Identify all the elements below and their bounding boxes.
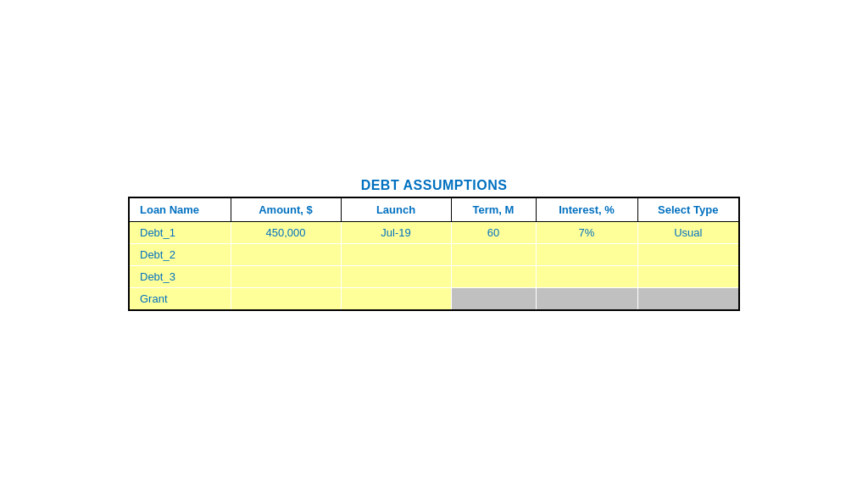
debt-table: Loan Name Amount, $ Launch Term, M Inter… — [128, 197, 740, 311]
cell-interest-disabled — [536, 288, 637, 311]
cell-amount[interactable] — [231, 266, 341, 288]
cell-amount[interactable] — [231, 244, 341, 266]
cell-launch[interactable]: Jul-19 — [341, 222, 451, 244]
header-select-type: Select Type — [637, 197, 739, 222]
cell-launch[interactable] — [341, 288, 451, 311]
cell-term-disabled — [451, 288, 536, 311]
cell-term[interactable] — [451, 244, 536, 266]
cell-interest[interactable]: 7% — [536, 222, 637, 244]
header-amount: Amount, $ — [231, 197, 341, 222]
table-row: Debt_1 450,000 Jul-19 60 7% Usual — [129, 222, 739, 244]
header-term: Term, M — [451, 197, 536, 222]
cell-amount[interactable]: 450,000 — [231, 222, 341, 244]
cell-select-type[interactable]: Usual — [637, 222, 739, 244]
header-interest: Interest, % — [536, 197, 637, 222]
table-row: Debt_2 — [129, 244, 739, 266]
cell-interest[interactable] — [536, 266, 637, 288]
table-section: DEBT ASSUMPTIONS Loan Name Amount, $ Lau… — [128, 178, 740, 311]
cell-launch[interactable] — [341, 244, 451, 266]
cell-select-type[interactable] — [637, 266, 739, 288]
cell-loan-name[interactable]: Debt_2 — [129, 244, 231, 266]
table-row: Debt_3 — [129, 266, 739, 288]
cell-launch[interactable] — [341, 266, 451, 288]
header-row: Loan Name Amount, $ Launch Term, M Inter… — [129, 197, 739, 222]
page-container: DEBT ASSUMPTIONS Loan Name Amount, $ Lau… — [0, 0, 868, 489]
header-loan-name: Loan Name — [129, 197, 231, 222]
header-launch: Launch — [341, 197, 451, 222]
cell-select-type[interactable] — [637, 244, 739, 266]
cell-loan-name[interactable]: Grant — [129, 288, 231, 311]
table-title: DEBT ASSUMPTIONS — [361, 178, 508, 193]
cell-term[interactable] — [451, 266, 536, 288]
cell-interest[interactable] — [536, 244, 637, 266]
cell-term[interactable]: 60 — [451, 222, 536, 244]
table-row: Grant — [129, 288, 739, 311]
cell-loan-name[interactable]: Debt_3 — [129, 266, 231, 288]
cell-loan-name[interactable]: Debt_1 — [129, 222, 231, 244]
cell-select-type-disabled — [637, 288, 739, 311]
cell-amount[interactable] — [231, 288, 341, 311]
